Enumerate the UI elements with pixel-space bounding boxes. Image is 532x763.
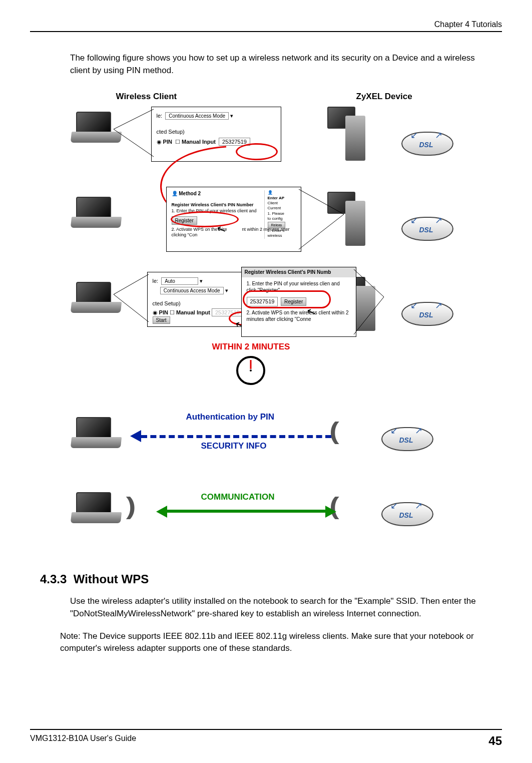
page-header: Chapter 4 Tutorials: [30, 20, 502, 32]
dashed-arrow-icon: [141, 435, 331, 438]
figure-wps-pin: Wireless Client ZyXEL Device ↙↗DSL le: C…: [51, 92, 481, 562]
start-button[interactable]: Start: [153, 316, 170, 324]
label-zyxel-device: ZyXEL Device: [356, 92, 412, 102]
dsl-router-icon: ↙↗DSL: [401, 297, 451, 327]
arrowhead-icon: [325, 506, 336, 518]
callout-pointer-icon: [351, 267, 386, 337]
intro-paragraph: The following figure shows you how to se…: [70, 52, 482, 77]
label-authentication: Authentication by PIN: [186, 412, 275, 422]
page-footer: VMG1312-B10A User's Guide 45: [30, 729, 502, 748]
signal-waves-icon: ))): [336, 492, 339, 520]
section-note: Note: The Device supports IEEE 802.11b a…: [60, 630, 482, 655]
green-arrow-line-icon: [166, 510, 326, 513]
callout-device-register-pin: Register Wireless Client's PIN Numb 1. E…: [241, 267, 356, 337]
highlight-oval-icon: [171, 211, 239, 227]
callout-device-register: 👤 Method 2 Register Wireless Client's PI…: [166, 187, 301, 252]
dsl-router-icon: ↙↗DSL: [381, 497, 431, 527]
footer-guide-name: VMG1312-B10A User's Guide: [30, 734, 136, 748]
label-wireless-client: Wireless Client: [116, 92, 177, 102]
callout-client-start: le: Auto ▾ Continuous Access Mode ▾ cted…: [147, 272, 257, 327]
arrowhead-icon: [156, 506, 167, 518]
laptop-icon: [71, 492, 121, 527]
dsl-router-icon: ↙↗DSL: [401, 127, 451, 157]
arrowhead-icon: [130, 430, 141, 442]
pc-tower-icon: [336, 107, 366, 162]
section-body: Use the wireless adapter's utility insta…: [70, 595, 482, 620]
signal-waves-icon: ))): [336, 417, 339, 445]
clock-icon: [236, 356, 265, 385]
dsl-router-icon: ↙↗DSL: [401, 212, 451, 242]
callout-pointer-icon: [111, 107, 156, 162]
label-security-info: SECURITY INFO: [201, 441, 267, 451]
callout-pointer-icon: [111, 272, 151, 327]
signal-waves-icon: ))): [126, 492, 129, 520]
dropdown-access-mode[interactable]: Continuous Access Mode: [160, 287, 224, 294]
section-heading: 4.3.3 Without WPS: [40, 572, 482, 586]
callout-pointer-icon: [296, 187, 346, 252]
dropdown-access-mode[interactable]: Continuous Access Mode: [165, 112, 229, 120]
highlight-oval-icon: [243, 290, 331, 308]
laptop-icon: [71, 197, 121, 232]
footer-page-number: 45: [488, 734, 502, 748]
laptop-icon: [71, 417, 121, 452]
label-within-2-minutes: WITHIN 2 MINUTES: [176, 342, 326, 352]
label-communication: COMMUNICATION: [201, 492, 275, 502]
dsl-router-icon: ↙↗DSL: [381, 422, 431, 452]
